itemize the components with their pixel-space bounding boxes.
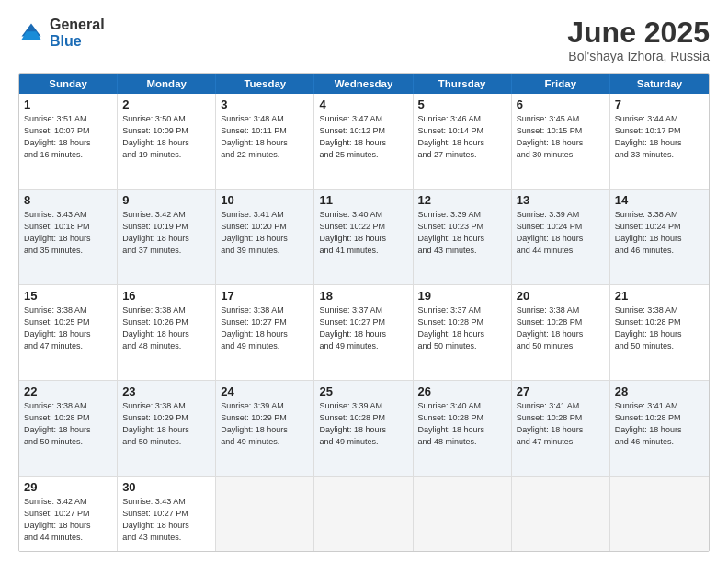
day-number: 26 bbox=[418, 385, 506, 398]
day-number: 25 bbox=[319, 385, 407, 398]
month-title: June 2025 bbox=[567, 17, 710, 49]
day-info: Sunrise: 3:38 AMSunset: 10:27 PMDaylight… bbox=[221, 304, 309, 352]
calendar-cell: 16Sunrise: 3:38 AMSunset: 10:26 PMDaylig… bbox=[118, 285, 216, 380]
day-info: Sunrise: 3:48 AMSunset: 10:11 PMDaylight… bbox=[221, 113, 309, 161]
day-number: 11 bbox=[319, 193, 407, 207]
day-info: Sunrise: 3:43 AMSunset: 10:18 PMDaylight… bbox=[24, 209, 112, 257]
calendar: Sunday Monday Tuesday Wednesday Thursday… bbox=[18, 73, 710, 552]
day-number: 1 bbox=[24, 98, 112, 111]
day-info: Sunrise: 3:42 AMSunset: 10:27 PMDaylight… bbox=[24, 496, 112, 544]
calendar-week-4: 22Sunrise: 3:38 AMSunset: 10:28 PMDaylig… bbox=[19, 381, 709, 477]
day-number: 7 bbox=[615, 98, 704, 111]
col-sunday: Sunday bbox=[19, 74, 118, 94]
calendar-cell bbox=[610, 477, 709, 552]
day-info: Sunrise: 3:45 AMSunset: 10:15 PMDaylight… bbox=[517, 113, 605, 161]
calendar-cell: 14Sunrise: 3:38 AMSunset: 10:24 PMDaylig… bbox=[610, 190, 709, 284]
day-number: 24 bbox=[221, 385, 309, 398]
calendar-body: 1Sunrise: 3:51 AMSunset: 10:07 PMDayligh… bbox=[19, 94, 709, 552]
calendar-cell: 30Sunrise: 3:43 AMSunset: 10:27 PMDaylig… bbox=[118, 477, 216, 552]
day-info: Sunrise: 3:43 AMSunset: 10:27 PMDaylight… bbox=[122, 496, 210, 544]
calendar-cell: 5Sunrise: 3:46 AMSunset: 10:14 PMDayligh… bbox=[414, 94, 512, 189]
col-tuesday: Tuesday bbox=[216, 74, 314, 94]
day-number: 16 bbox=[122, 289, 210, 303]
day-number: 28 bbox=[615, 385, 704, 398]
calendar-cell: 22Sunrise: 3:38 AMSunset: 10:28 PMDaylig… bbox=[19, 381, 118, 476]
day-info: Sunrise: 3:37 AMSunset: 10:28 PMDaylight… bbox=[418, 304, 506, 352]
day-number: 27 bbox=[517, 385, 605, 398]
calendar-cell: 28Sunrise: 3:41 AMSunset: 10:28 PMDaylig… bbox=[610, 381, 709, 476]
day-info: Sunrise: 3:46 AMSunset: 10:14 PMDaylight… bbox=[418, 113, 506, 161]
day-info: Sunrise: 3:41 AMSunset: 10:28 PMDaylight… bbox=[517, 400, 605, 448]
day-number: 23 bbox=[122, 385, 210, 398]
day-number: 10 bbox=[221, 193, 309, 207]
calendar-cell: 13Sunrise: 3:39 AMSunset: 10:24 PMDaylig… bbox=[512, 190, 610, 284]
day-info: Sunrise: 3:39 AMSunset: 10:28 PMDaylight… bbox=[319, 400, 407, 448]
day-number: 15 bbox=[24, 289, 112, 303]
col-thursday: Thursday bbox=[414, 74, 512, 94]
day-info: Sunrise: 3:51 AMSunset: 10:07 PMDaylight… bbox=[24, 113, 112, 161]
calendar-cell: 9Sunrise: 3:42 AMSunset: 10:19 PMDayligh… bbox=[118, 190, 216, 284]
calendar-cell bbox=[512, 477, 610, 552]
calendar-cell: 17Sunrise: 3:38 AMSunset: 10:27 PMDaylig… bbox=[216, 285, 314, 380]
day-info: Sunrise: 3:38 AMSunset: 10:24 PMDaylight… bbox=[615, 209, 704, 257]
day-info: Sunrise: 3:40 AMSunset: 10:22 PMDaylight… bbox=[319, 209, 407, 257]
logo-text: General Blue bbox=[50, 17, 105, 49]
calendar-cell: 8Sunrise: 3:43 AMSunset: 10:18 PMDayligh… bbox=[19, 190, 118, 284]
day-number: 6 bbox=[517, 98, 605, 111]
logo-general-text: General bbox=[50, 17, 105, 33]
logo-blue-text: Blue bbox=[50, 33, 105, 50]
calendar-cell: 11Sunrise: 3:40 AMSunset: 10:22 PMDaylig… bbox=[314, 190, 413, 284]
day-info: Sunrise: 3:39 AMSunset: 10:24 PMDaylight… bbox=[517, 209, 605, 257]
calendar-cell: 25Sunrise: 3:39 AMSunset: 10:28 PMDaylig… bbox=[314, 381, 413, 476]
day-info: Sunrise: 3:50 AMSunset: 10:09 PMDaylight… bbox=[122, 113, 210, 161]
calendar-cell: 19Sunrise: 3:37 AMSunset: 10:28 PMDaylig… bbox=[414, 285, 512, 380]
day-number: 19 bbox=[418, 289, 506, 303]
calendar-cell: 18Sunrise: 3:37 AMSunset: 10:27 PMDaylig… bbox=[314, 285, 413, 380]
calendar-cell: 27Sunrise: 3:41 AMSunset: 10:28 PMDaylig… bbox=[512, 381, 610, 476]
logo: General Blue bbox=[18, 17, 105, 49]
day-number: 4 bbox=[319, 98, 407, 111]
calendar-cell: 12Sunrise: 3:39 AMSunset: 10:23 PMDaylig… bbox=[414, 190, 512, 284]
day-number: 14 bbox=[615, 193, 704, 207]
calendar-cell bbox=[414, 477, 512, 552]
day-info: Sunrise: 3:41 AMSunset: 10:28 PMDaylight… bbox=[615, 400, 704, 448]
day-info: Sunrise: 3:38 AMSunset: 10:25 PMDaylight… bbox=[24, 304, 112, 352]
day-info: Sunrise: 3:40 AMSunset: 10:28 PMDaylight… bbox=[418, 400, 506, 448]
calendar-header: Sunday Monday Tuesday Wednesday Thursday… bbox=[19, 74, 709, 94]
day-number: 22 bbox=[24, 385, 112, 398]
day-number: 9 bbox=[122, 193, 210, 207]
day-number: 8 bbox=[24, 193, 112, 207]
calendar-cell: 7Sunrise: 3:44 AMSunset: 10:17 PMDayligh… bbox=[610, 94, 709, 189]
calendar-cell: 21Sunrise: 3:38 AMSunset: 10:28 PMDaylig… bbox=[610, 285, 709, 380]
calendar-cell: 3Sunrise: 3:48 AMSunset: 10:11 PMDayligh… bbox=[216, 94, 314, 189]
day-info: Sunrise: 3:37 AMSunset: 10:27 PMDaylight… bbox=[319, 304, 407, 352]
col-wednesday: Wednesday bbox=[314, 74, 413, 94]
day-number: 17 bbox=[221, 289, 309, 303]
day-number: 12 bbox=[418, 193, 506, 207]
col-monday: Monday bbox=[118, 74, 216, 94]
calendar-week-3: 15Sunrise: 3:38 AMSunset: 10:25 PMDaylig… bbox=[19, 285, 709, 381]
day-number: 18 bbox=[319, 289, 407, 303]
day-info: Sunrise: 3:42 AMSunset: 10:19 PMDaylight… bbox=[122, 209, 210, 257]
day-info: Sunrise: 3:47 AMSunset: 10:12 PMDaylight… bbox=[319, 113, 407, 161]
calendar-cell: 26Sunrise: 3:40 AMSunset: 10:28 PMDaylig… bbox=[414, 381, 512, 476]
day-info: Sunrise: 3:39 AMSunset: 10:23 PMDaylight… bbox=[418, 209, 506, 257]
day-info: Sunrise: 3:41 AMSunset: 10:20 PMDaylight… bbox=[221, 209, 309, 257]
calendar-week-1: 1Sunrise: 3:51 AMSunset: 10:07 PMDayligh… bbox=[19, 94, 709, 190]
calendar-cell: 23Sunrise: 3:38 AMSunset: 10:29 PMDaylig… bbox=[118, 381, 216, 476]
day-info: Sunrise: 3:44 AMSunset: 10:17 PMDaylight… bbox=[615, 113, 704, 161]
title-block: June 2025 Bol'shaya Izhora, Russia bbox=[567, 17, 710, 63]
calendar-cell: 10Sunrise: 3:41 AMSunset: 10:20 PMDaylig… bbox=[216, 190, 314, 284]
calendar-cell: 29Sunrise: 3:42 AMSunset: 10:27 PMDaylig… bbox=[19, 477, 118, 552]
calendar-cell bbox=[216, 477, 314, 552]
calendar-week-2: 8Sunrise: 3:43 AMSunset: 10:18 PMDayligh… bbox=[19, 190, 709, 285]
day-info: Sunrise: 3:38 AMSunset: 10:26 PMDaylight… bbox=[122, 304, 210, 352]
col-friday: Friday bbox=[512, 74, 610, 94]
calendar-cell: 1Sunrise: 3:51 AMSunset: 10:07 PMDayligh… bbox=[19, 94, 118, 189]
day-info: Sunrise: 3:38 AMSunset: 10:28 PMDaylight… bbox=[615, 304, 704, 352]
day-number: 5 bbox=[418, 98, 506, 111]
location-title: Bol'shaya Izhora, Russia bbox=[567, 49, 710, 63]
logo-icon bbox=[18, 20, 44, 46]
calendar-week-5: 29Sunrise: 3:42 AMSunset: 10:27 PMDaylig… bbox=[19, 477, 709, 552]
col-saturday: Saturday bbox=[610, 74, 709, 94]
